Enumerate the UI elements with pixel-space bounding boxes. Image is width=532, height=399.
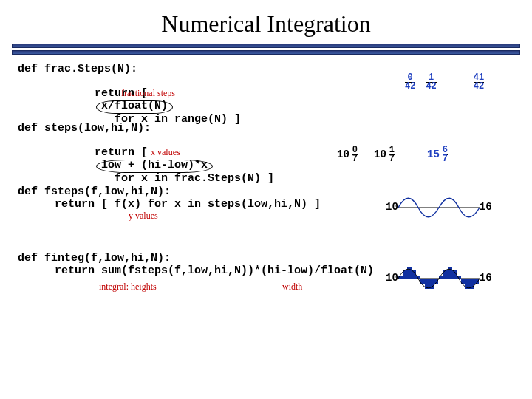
- b2-annotation: x values: [151, 148, 180, 157]
- b4-annotation-2: width: [282, 282, 302, 292]
- riemann-wave-icon: [398, 266, 480, 291]
- title-rules: [12, 44, 520, 55]
- svg-rect-10: [434, 279, 438, 284]
- b2-l2-tail: for x in frac.Steps(N) ]: [95, 172, 274, 185]
- b1-annotation: fractional steps: [121, 89, 175, 98]
- b2-l2-return: return [: [95, 146, 148, 159]
- b2-f-pre1: 10: [337, 149, 349, 160]
- b3-left-label: 10: [386, 202, 398, 213]
- b2-l1: def steps(low,hi,N):: [18, 123, 514, 135]
- page-title: Numerical Integration: [0, 10, 532, 38]
- sine-wave-icon: [398, 195, 480, 220]
- b2-oval: low + (hi-low)*x: [96, 160, 213, 173]
- svg-rect-12: [443, 270, 448, 279]
- b2-fracs: 10 07 10 17 15 67: [337, 146, 451, 163]
- b3-wave-box: 10 16: [386, 195, 492, 220]
- svg-rect-19: [474, 279, 479, 284]
- b2-f-pre3: 15: [427, 149, 440, 160]
- b1-fracs: 042 142 4142: [402, 74, 487, 91]
- b3-annotation: y values: [129, 211, 158, 221]
- b2-f-pre2: 10: [374, 149, 386, 160]
- code-block-3: def fsteps(f,low,hi,N): return [ f(x) fo…: [18, 186, 514, 232]
- code-block-4: def finteg(f,low,hi,N): return sum(fstep…: [18, 253, 514, 304]
- b4-left-label: 10: [386, 273, 398, 284]
- b3-right-label: 16: [480, 202, 492, 213]
- code-block-1: def frac.Steps(N): return [ x/float(N) f…: [18, 64, 514, 102]
- b4-right-label: 16: [480, 273, 492, 284]
- code-block-2: def steps(low,hi,N): return [ low + (hi-…: [18, 123, 514, 166]
- b4-l1: def finteg(f,low,hi,N):: [18, 253, 514, 265]
- b4-wave-box: 10: [386, 266, 492, 291]
- b4-annotation-1: integral: heights: [99, 282, 157, 292]
- b1-oval: x/float(N): [96, 100, 173, 114]
